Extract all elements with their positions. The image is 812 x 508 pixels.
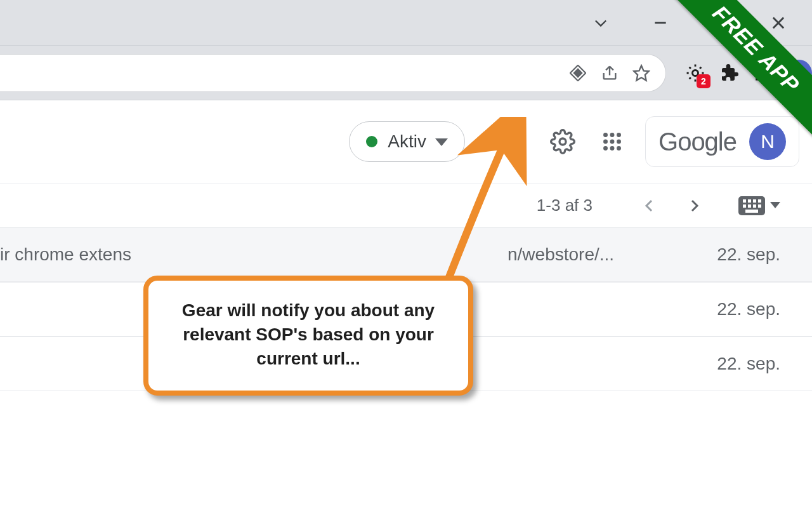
- mail-row[interactable]: ir chrome extens n/webstore/... 22. sep.: [0, 227, 812, 282]
- svg-point-15: [617, 133, 621, 137]
- status-dot-icon: [366, 136, 377, 147]
- chevron-down-icon: [770, 202, 780, 210]
- status-pill[interactable]: Aktiv: [349, 121, 465, 162]
- svg-point-19: [603, 146, 608, 150]
- settings-gear-icon[interactable]: [547, 126, 578, 157]
- browser-toolbar: 2 N: [0, 46, 812, 100]
- profile-avatar-large[interactable]: N: [749, 123, 786, 160]
- svg-point-14: [610, 133, 615, 137]
- brand-label: Google: [658, 128, 737, 156]
- svg-point-11: [513, 146, 514, 148]
- svg-rect-4: [574, 69, 582, 76]
- svg-point-13: [603, 133, 608, 137]
- chevron-down-icon: [435, 131, 448, 152]
- help-icon[interactable]: [498, 126, 528, 157]
- svg-marker-22: [770, 202, 780, 208]
- svg-point-17: [610, 140, 615, 144]
- bookmark-star-icon[interactable]: [629, 60, 654, 86]
- prev-page-icon[interactable]: [637, 193, 662, 218]
- keyboard-icon: [738, 196, 765, 215]
- share-icon[interactable]: [597, 60, 622, 86]
- mail-date: 22. sep.: [666, 354, 780, 374]
- tab-dropdown-icon[interactable]: [586, 8, 615, 37]
- extension-gear-icon[interactable]: 2: [681, 59, 709, 87]
- app-header: Aktiv Google N: [0, 100, 812, 183]
- pagination-row: 1-3 af 3: [0, 183, 812, 227]
- install-icon[interactable]: [565, 60, 591, 86]
- mail-date: 22. sep.: [666, 244, 780, 265]
- apps-grid-icon[interactable]: [597, 126, 627, 157]
- extensions-puzzle-icon[interactable]: [716, 59, 743, 87]
- mail-subject: ir chrome extens: [0, 244, 508, 265]
- input-method-selector[interactable]: [738, 193, 780, 218]
- svg-marker-5: [634, 65, 648, 80]
- account-card[interactable]: Google N: [645, 116, 799, 167]
- svg-marker-9: [435, 138, 448, 146]
- svg-point-18: [617, 140, 621, 144]
- callout-box: Gear will notify you about any relevant …: [143, 276, 473, 396]
- next-page-icon[interactable]: [681, 193, 707, 218]
- minimize-button[interactable]: [646, 8, 675, 37]
- pagination-text: 1-3 af 3: [537, 196, 593, 215]
- callout-text: Gear will notify you about any relevant …: [182, 300, 435, 368]
- svg-point-12: [560, 138, 566, 145]
- svg-point-21: [617, 146, 621, 150]
- status-label: Aktiv: [388, 131, 426, 152]
- svg-point-20: [610, 146, 615, 150]
- address-bar[interactable]: [0, 54, 666, 92]
- svg-point-16: [603, 140, 608, 144]
- notification-badge: 2: [697, 74, 710, 88]
- mail-date: 22. sep.: [666, 299, 780, 319]
- mail-url: n/webstore/...: [508, 244, 666, 265]
